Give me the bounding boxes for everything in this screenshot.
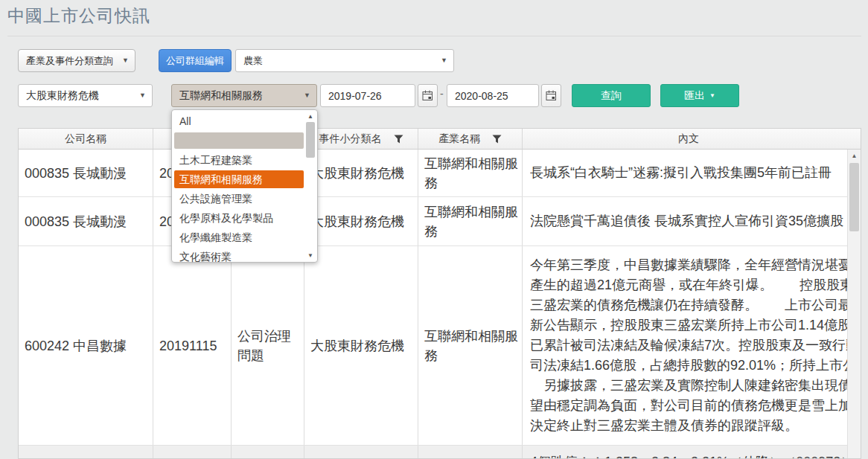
dropdown-scrollbar[interactable]: ▲ ▼: [304, 112, 316, 260]
chevron-down-icon: ▼: [441, 57, 447, 64]
title-divider: [7, 36, 861, 36]
cell-industry: 互聯網和相關服務: [418, 197, 523, 245]
date-from-calendar-button[interactable]: [418, 84, 438, 107]
table-row[interactable]: 000835 長城動漫 20 大股東財務危機 互聯網和相關服務 法院懸賞千萬追債…: [19, 197, 847, 246]
table-row[interactable]: 4個跌停！！1.358 3.84 3.21%（佳隆）（000973）: [19, 446, 847, 459]
header-content[interactable]: 內文: [523, 129, 847, 149]
query-button-label: 查詢: [601, 89, 622, 103]
news-table: 公司名稱 事件小分類名 產業名稱 內文 000835 長城動漫 20 大股東財務…: [18, 128, 861, 459]
industry-type-select[interactable]: 互聯網和相關服務 ▼: [171, 84, 317, 107]
dropdown-item[interactable]: 化學纖維製造業: [172, 228, 317, 247]
table-row[interactable]: 600242 中昌數據 20191115 公司治理問題 大股東財務危機 互聯網和…: [19, 246, 847, 446]
chevron-down-icon: ▼: [304, 92, 310, 99]
filter-icon[interactable]: [492, 135, 502, 144]
cell-company: 600242 中昌數據: [19, 246, 153, 445]
date-to-calendar-button[interactable]: [541, 84, 561, 107]
company-group-value: 農業: [243, 54, 263, 68]
industry-type-value: 互聯網和相關服務: [179, 89, 263, 103]
dropdown-item[interactable]: 文化藝術業: [172, 247, 317, 266]
cell-content: 長城系“白衣騎士”迷霧:擬引入戰投集團5年前已註冊: [523, 150, 847, 196]
cell-event-minor: [304, 446, 418, 459]
filter-icon[interactable]: [394, 135, 403, 144]
dropdown-item-all[interactable]: All: [172, 112, 317, 131]
date-range-separator: -: [440, 88, 444, 100]
calendar-icon: [546, 90, 557, 101]
event-type-select[interactable]: 大股東財務危機 ▼: [18, 84, 153, 107]
scrollbar-thumb[interactable]: [849, 163, 859, 231]
table-header-row: 公司名稱 事件小分類名 產業名稱 內文: [19, 129, 861, 150]
chevron-down-icon: ▼: [709, 93, 715, 99]
company-group-edit-label: 公司群組編輯: [166, 54, 224, 68]
scroll-up-icon[interactable]: ▲: [304, 112, 316, 121]
calendar-icon: [422, 90, 433, 101]
table-body: 000835 長城動漫 20 大股東財務危機 互聯網和相關服務 長城系“白衣騎士…: [19, 150, 847, 459]
header-company[interactable]: 公司名稱: [19, 129, 153, 149]
cell-event-minor: 大股東財務危機: [304, 150, 418, 196]
cell-industry: 互聯網和相關服務: [418, 246, 523, 445]
category-query-label: 產業及事件分類查詢: [26, 54, 113, 68]
header-spacer: [847, 129, 861, 149]
chevron-down-icon: ▼: [122, 57, 129, 64]
cell-industry: [418, 446, 523, 459]
cell-date: 20191115: [153, 246, 232, 445]
company-group-select[interactable]: 農業 ▼: [235, 49, 454, 72]
page-title: 中國上市公司快訊: [7, 4, 150, 28]
dropdown-item[interactable]: 土木工程建築業: [172, 150, 317, 170]
cell-industry: 互聯網和相關服務: [418, 150, 523, 196]
scroll-down-icon[interactable]: ▼: [304, 251, 316, 260]
dropdown-item-selected[interactable]: 互聯網和相關服務: [174, 170, 304, 188]
cell-company: 000835 長城動漫: [19, 197, 153, 245]
cell-company: 000835 長城動漫: [19, 150, 153, 196]
table-row[interactable]: 000835 長城動漫 20 大股東財務危機 互聯網和相關服務 長城系“白衣騎士…: [19, 150, 847, 197]
query-button[interactable]: 查詢: [572, 84, 651, 107]
cell-event-major: [232, 446, 304, 459]
cell-event-minor: 大股東財務危機: [304, 246, 418, 445]
cell-company: [19, 446, 153, 459]
company-group-edit-button[interactable]: 公司群組編輯: [159, 49, 232, 72]
dropdown-item[interactable]: 公共設施管理業: [172, 189, 317, 208]
date-to-input[interactable]: [447, 84, 539, 107]
cell-event-major: 公司治理問題: [232, 246, 304, 445]
dropdown-item-blank[interactable]: [174, 132, 304, 149]
header-industry[interactable]: 產業名稱: [418, 129, 523, 149]
cell-content: 4個跌停！！1.358 3.84 3.21%（佳隆）（000973）: [523, 446, 847, 459]
cell-event-minor: 大股東財務危機: [304, 197, 418, 245]
scroll-up-icon[interactable]: ▲: [848, 150, 861, 162]
export-button-label: 匯出: [684, 89, 705, 103]
cell-content: 今年第三季度，中昌數據業績驟降，全年經營情況堪憂， 產生的超過21億元商譽，或在…: [523, 246, 847, 445]
dropdown-item[interactable]: 化學原料及化學製品: [172, 208, 317, 228]
industry-dropdown-panel: All 土木工程建築業 互聯網和相關服務 公共設施管理業 化學原料及化學製品 化…: [171, 109, 318, 263]
category-query-dropdown-button[interactable]: 產業及事件分類查詢 ▼: [18, 49, 135, 72]
scrollbar-thumb[interactable]: [306, 122, 315, 158]
chevron-down-icon: ▼: [139, 92, 146, 99]
table-scrollbar[interactable]: ▲: [847, 150, 861, 458]
cell-content: 法院懸賞千萬追債後 長城系實控人宣佈引資35億擴股: [523, 197, 847, 245]
export-button[interactable]: 匯出 ▼: [660, 84, 739, 107]
cell-date: [153, 446, 232, 459]
header-event-minor[interactable]: 事件小分類名: [304, 129, 418, 149]
event-type-value: 大股東財務危機: [26, 89, 99, 103]
date-from-input[interactable]: [320, 84, 415, 107]
